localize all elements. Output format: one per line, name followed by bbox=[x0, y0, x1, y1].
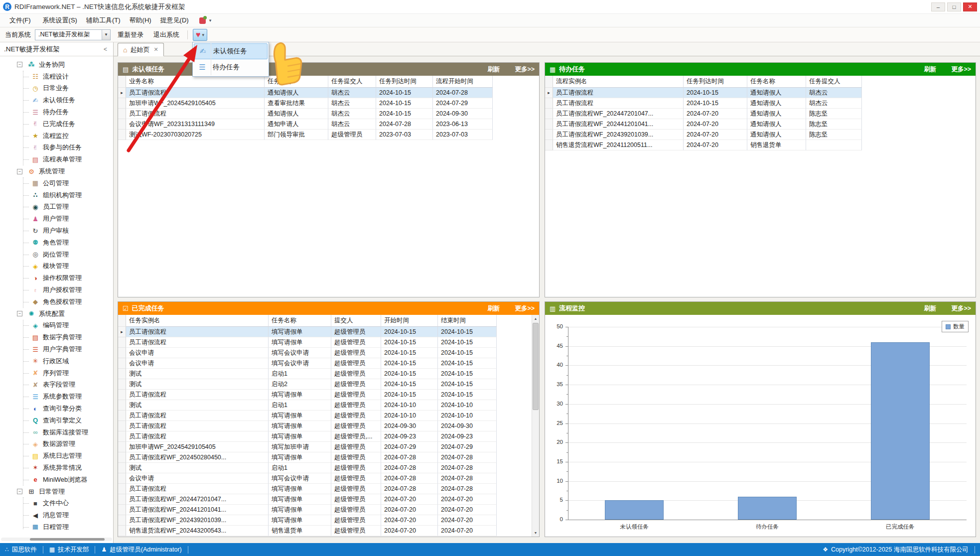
tree-item[interactable]: ☰待办任务 bbox=[23, 106, 113, 118]
tree-item[interactable]: ✘表字段管理 bbox=[23, 379, 113, 391]
tree-item[interactable]: ☷流程设计 bbox=[23, 71, 113, 83]
vertical-scrollbar[interactable]: ▲▼ bbox=[532, 315, 539, 537]
menu-item-4[interactable]: 帮助(H) bbox=[125, 15, 156, 25]
tree-item[interactable]: ✌已完成任务 bbox=[23, 118, 113, 130]
tree-item[interactable]: −⁂业务协同 bbox=[0, 59, 113, 71]
tree-item[interactable]: ◈模块管理 bbox=[23, 261, 113, 273]
column-header[interactable]: 任务提交人 bbox=[328, 76, 376, 88]
table-row[interactable]: 测试WF-20230703020725部门领导审批超级管理员2023-07-03… bbox=[118, 130, 539, 140]
tree-item[interactable]: ◉员工管理 bbox=[23, 201, 113, 213]
table-row[interactable]: 员工请假流程WF_202441201041...2024-07-20通知请假人陈… bbox=[545, 119, 976, 130]
table-row[interactable]: 会议申请填写会议申请超级管理员2024-07-282024-07-28 bbox=[118, 473, 539, 484]
table-row[interactable]: 员工请假流程WF_202439201039...填写请假单超级管理员2024-0… bbox=[118, 515, 539, 526]
table-row[interactable]: ▸员工请假流程填写请假单超级管理员2024-10-152024-10-15 bbox=[118, 327, 539, 337]
tree-item[interactable]: −⊞日常管理 bbox=[0, 486, 113, 498]
table-row[interactable]: 测试启动1超级管理员2024-10-152024-10-15 bbox=[118, 369, 539, 379]
tree-item[interactable]: ◑操作权限管理 bbox=[23, 272, 113, 284]
tree-item[interactable]: ∞数据库连接管理 bbox=[23, 426, 113, 438]
tree-item[interactable]: ✶系统异常情况 bbox=[23, 462, 113, 474]
tree-item[interactable]: −✺系统配置 bbox=[0, 308, 113, 320]
refresh-button[interactable]: 刷新 bbox=[487, 304, 500, 313]
table-row[interactable]: 员工请假流程通知请假人胡杰云2024-10-152024-09-30 bbox=[118, 109, 539, 119]
table-row[interactable]: 测试启动1超级管理员2024-07-282024-07-28 bbox=[118, 463, 539, 473]
close-button[interactable]: ✕ bbox=[963, 2, 977, 11]
refresh-button[interactable]: 刷新 bbox=[924, 65, 936, 74]
tree-item[interactable]: ▤系统日志管理 bbox=[23, 450, 113, 462]
table-row[interactable]: 测试启动2超级管理员2024-10-152024-10-15 bbox=[118, 379, 539, 390]
column-header[interactable]: 提交人 bbox=[331, 315, 381, 327]
status-item-3[interactable]: ♟超级管理员(Administrator) bbox=[101, 546, 181, 554]
tree-item[interactable]: ◷日常业务 bbox=[23, 83, 113, 95]
close-tab-icon[interactable]: ✕ bbox=[153, 46, 158, 53]
tree-item[interactable]: ★流程监控 bbox=[23, 130, 113, 142]
favorites-button[interactable]: ♥ ▾ bbox=[193, 29, 207, 41]
menu-item-3[interactable]: 辅助工具(T) bbox=[82, 15, 125, 25]
table-row[interactable]: 加班申请WF_20245429105405查看审批结果胡杰云2024-10-15… bbox=[118, 98, 539, 109]
column-header[interactable]: 任务到达时间 bbox=[376, 76, 433, 88]
table-row[interactable]: 员工请假流程填写请假单超级管理员2024-10-152024-10-15 bbox=[118, 390, 539, 400]
tree-item[interactable]: ✳行政区域 bbox=[23, 355, 113, 367]
maximize-button[interactable]: □ bbox=[947, 2, 961, 11]
menu-item-5[interactable]: 提意见(D) bbox=[156, 15, 193, 25]
tree-item[interactable]: ✌我参与的任务 bbox=[23, 142, 113, 154]
relogin-button[interactable]: 重新登录 bbox=[115, 29, 146, 41]
table-row[interactable]: 会议申请填写会议申请超级管理员2024-10-152024-10-15 bbox=[118, 348, 539, 358]
tab-home[interactable]: ⌂ 起始页 ✕ bbox=[118, 43, 164, 56]
table-row[interactable]: 会议申请WF_20231313111349通知申请人胡杰云2024-07-282… bbox=[118, 119, 539, 130]
tree-item[interactable]: ✍未认领任务 bbox=[23, 94, 113, 106]
combo-dropdown-icon[interactable]: ▼ bbox=[102, 30, 110, 40]
table-row[interactable]: 员工请假流程填写请假单超级管理员2024-07-282024-07-28 bbox=[118, 484, 539, 494]
tree-item[interactable]: ✘序列管理 bbox=[23, 367, 113, 379]
tree-item[interactable]: ◎岗位管理 bbox=[23, 249, 113, 261]
column-header[interactable]: 任务名称 bbox=[265, 76, 328, 88]
more-button[interactable]: 更多>> bbox=[951, 304, 971, 313]
favorites-menu-item[interactable]: ☰待办任务 bbox=[194, 59, 268, 75]
table-row[interactable]: 员工请假流程2024-10-15通知请假人胡杰云 bbox=[545, 98, 976, 109]
column-header[interactable]: 任务实例名 bbox=[126, 315, 269, 327]
donate-icon[interactable] bbox=[199, 17, 206, 24]
table-row[interactable]: 员工请假流程WF_202450280450...填写请假单超级管理员2024-0… bbox=[118, 452, 539, 463]
tree-item[interactable]: ♟用户管理 bbox=[23, 213, 113, 225]
tree-item[interactable]: eMiniWeb浏览器 bbox=[23, 474, 113, 486]
tree-item[interactable]: ■文件中心 bbox=[23, 497, 113, 509]
refresh-button[interactable]: 刷新 bbox=[487, 65, 500, 74]
tree-item[interactable]: ▤流程表单管理 bbox=[23, 153, 113, 165]
table-row[interactable]: ▸员工请假流程2024-10-15通知请假人胡杰云 bbox=[545, 88, 976, 98]
favorites-menu-item[interactable]: ✍未认领任务 bbox=[194, 43, 268, 59]
table-row[interactable]: 销售退货流程WF_202443200543...销售退货单超级管理员2024-0… bbox=[118, 526, 539, 536]
tree-item[interactable]: ◈编码管理 bbox=[23, 320, 113, 332]
expander-collapse-icon[interactable]: − bbox=[17, 311, 22, 316]
column-header[interactable]: 任务名称 bbox=[747, 76, 806, 88]
column-header[interactable]: 开始时间 bbox=[381, 315, 438, 327]
expander-collapse-icon[interactable]: − bbox=[17, 169, 22, 174]
table-row[interactable]: 员工请假流程WF_202447201047...填写请假单超级管理员2024-0… bbox=[118, 494, 539, 505]
status-item-1[interactable]: ∴国思软件 bbox=[5, 546, 37, 554]
expander-collapse-icon[interactable]: − bbox=[17, 62, 22, 67]
scrollbar-thumb[interactable] bbox=[533, 323, 539, 410]
column-header[interactable]: 流程开始时间 bbox=[433, 76, 493, 88]
tree-item[interactable]: ∴组织机构管理 bbox=[23, 189, 113, 201]
tree-item[interactable]: ☰系统参数管理 bbox=[23, 391, 113, 403]
tree-item[interactable]: Q查询引擎定义 bbox=[23, 415, 113, 426]
scrollbar-thumb[interactable] bbox=[30, 538, 105, 541]
table-row[interactable]: ▸员工请假流程通知请假人胡杰云2024-10-152024-07-28 bbox=[118, 88, 539, 98]
tree-item[interactable]: ↻用户审核 bbox=[23, 225, 113, 237]
horizontal-scrollbar[interactable] bbox=[1, 538, 112, 541]
minimize-button[interactable]: – bbox=[931, 2, 945, 11]
column-header[interactable]: 业务名称 bbox=[126, 76, 265, 88]
refresh-button[interactable]: 刷新 bbox=[924, 304, 936, 313]
system-combobox[interactable]: .NET敏捷开发框架 ▼ bbox=[35, 29, 111, 40]
menu-item-1[interactable]: 文件(F) bbox=[5, 15, 35, 25]
collapse-sidebar-button[interactable]: < bbox=[102, 46, 109, 53]
table-row[interactable]: 销售退货流程WF_202411200511...2024-07-20销售退货单 bbox=[545, 140, 976, 150]
table-row[interactable]: 测试启动1超级管理员2024-10-102024-10-10 bbox=[118, 400, 539, 411]
tree-item[interactable]: ◆角色授权管理 bbox=[23, 296, 113, 308]
exit-system-button[interactable]: 退出系统 bbox=[150, 29, 182, 41]
tree-item[interactable]: ◐查询引擎分类 bbox=[23, 403, 113, 415]
menu-item-2[interactable]: 系统设置(S) bbox=[38, 15, 82, 25]
table-row[interactable]: 会议申请填写会议申请超级管理员2024-10-152024-10-15 bbox=[118, 358, 539, 369]
column-header[interactable]: 结束时间 bbox=[438, 315, 497, 327]
tree-item[interactable]: −⚙系统管理 bbox=[0, 165, 113, 177]
tree-item[interactable]: ▦日程管理 bbox=[23, 521, 113, 530]
column-header[interactable]: 任务名称 bbox=[269, 315, 331, 327]
